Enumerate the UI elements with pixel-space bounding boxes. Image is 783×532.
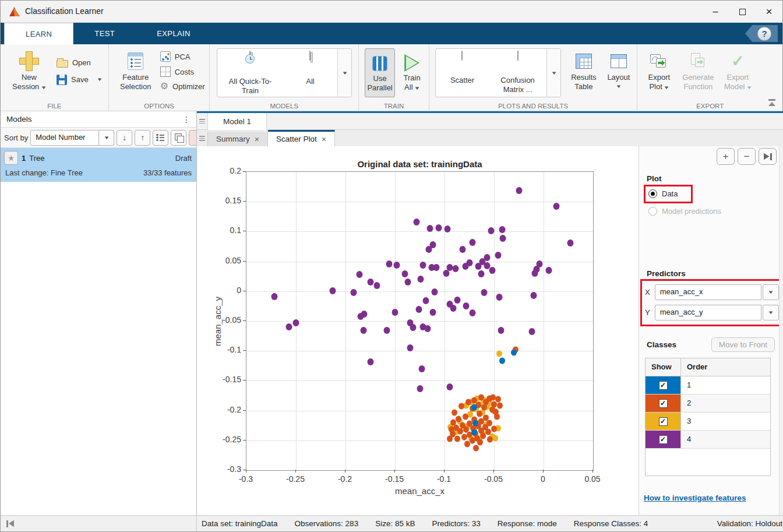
sort-ascending-button[interactable]: ↑	[135, 130, 150, 146]
tab-explain[interactable]: EXPLAIN	[136, 23, 211, 44]
how-to-investigate-link[interactable]: How to investigate features	[644, 494, 746, 502]
scatter-point-class-4	[394, 262, 400, 269]
status-size: Size: 85 kB	[375, 519, 415, 528]
scatter-point-class-4	[450, 305, 457, 312]
confusion-matrix-button[interactable]: Confusion Matrix ...	[489, 49, 546, 97]
tab-summary[interactable]: Summary ×	[207, 132, 268, 146]
costs-button[interactable]: Costs	[160, 66, 205, 77]
ribbon-section-file: New Session ▼ Open Save ▼ FILE	[1, 44, 109, 111]
open-button[interactable]: Open	[57, 58, 102, 68]
arrow-up-icon: ↑	[140, 133, 144, 142]
show-class-checkbox[interactable]: ✓	[659, 417, 668, 426]
minimize-button[interactable]: –	[702, 1, 729, 23]
scatter-point-class-4	[410, 324, 416, 331]
y-tick-label: 0	[212, 286, 241, 295]
y-tick-label: 0.15	[212, 196, 241, 205]
scatter-point-class-4	[496, 294, 502, 301]
scatter-point-class-4	[293, 319, 299, 326]
use-parallel-toggle[interactable]: Use Parallel	[365, 48, 395, 97]
model-list-item[interactable]: ★ 1 Tree Draft Last change: Fine Tree 33…	[1, 148, 196, 182]
tab-group-handle[interactable]	[197, 113, 207, 129]
y-tick-label: -0.05	[212, 315, 241, 325]
scatter-point-class-4	[350, 289, 357, 296]
close-icon[interactable]: ×	[255, 135, 259, 144]
close-button[interactable]: ×	[756, 1, 782, 23]
scatter-point-class-4	[498, 327, 504, 334]
scatter-plot-button[interactable]: Scatter	[436, 49, 489, 97]
scatter-point-class-2	[458, 403, 464, 410]
close-icon[interactable]: ×	[322, 135, 326, 144]
ribbon: New Session ▼ Open Save ▼ FILE	[1, 44, 782, 111]
new-session-button[interactable]: New Session ▼	[10, 44, 48, 98]
use-parallel-icon	[372, 56, 387, 71]
feature-selection-icon	[128, 52, 143, 70]
zoom-out-button[interactable]: −	[738, 148, 756, 165]
collapse-panel-button[interactable]	[759, 148, 777, 165]
y-tick-label: 0.2	[212, 166, 241, 175]
save-button[interactable]: Save ▼	[57, 75, 102, 85]
layout-button[interactable]: Layout ▼	[602, 44, 636, 98]
tab-learn[interactable]: LEARN	[4, 23, 73, 44]
panel-menu-icon[interactable]: ⋮	[182, 115, 191, 124]
x-tick-label: 0.05	[575, 474, 610, 484]
ribbon-section-models: All Quick-To- Train All ▼ MODELS	[210, 44, 359, 111]
chevron-down-icon: ▼	[746, 83, 752, 93]
generate-function-button: Generate Function	[677, 44, 719, 98]
scatter-point-class-4	[329, 287, 336, 294]
delete-button[interactable]	[189, 130, 196, 146]
model-last-change: Last change: Fine Tree	[5, 168, 83, 177]
chevron-down-icon: ▼	[40, 83, 47, 93]
open-folder-icon	[57, 60, 68, 68]
all-models-button[interactable]: All	[283, 49, 337, 97]
export-plot-button[interactable]: Export Plot ▼	[641, 44, 677, 98]
plot-section-title: Plot	[647, 174, 662, 183]
scatter-point-class-2	[473, 445, 479, 452]
scatter-point-class-4	[356, 271, 362, 278]
show-class-checkbox[interactable]: ✓	[659, 399, 668, 408]
legend-button[interactable]	[153, 130, 168, 146]
tab-test[interactable]: TEST	[73, 23, 136, 44]
favorite-button[interactable]: ★	[4, 151, 18, 165]
collapse-ribbon-button[interactable]	[767, 99, 777, 106]
scatter-point-class-2	[461, 434, 467, 440]
plot-title: Original data set: trainingData	[246, 159, 594, 169]
collapse-left-panel-button[interactable]	[6, 520, 14, 527]
feature-selection-button[interactable]: Feature Selection	[115, 44, 157, 98]
pca-button[interactable]: PCA	[160, 51, 205, 62]
zoom-in-button[interactable]: +	[717, 148, 735, 165]
results-table-button[interactable]: Results Table	[566, 44, 602, 98]
duplicate-button[interactable]	[171, 130, 186, 146]
help-button[interactable]: ?	[745, 25, 778, 42]
models-gallery-dropdown[interactable]: ▼	[337, 49, 351, 97]
panel-scrollbar[interactable]	[779, 146, 783, 516]
tab-model-1[interactable]: Model 1	[207, 113, 267, 130]
sort-descending-button[interactable]: ↓	[117, 130, 132, 146]
train-all-button[interactable]: Train All ▼	[397, 48, 426, 97]
results-table-icon	[576, 54, 592, 69]
scatter-point-class-4	[422, 297, 429, 304]
y-tick-label: -0.1	[212, 345, 241, 354]
sort-by-select[interactable]: Model Number ▼	[30, 130, 114, 146]
export-plot-icon	[650, 53, 668, 69]
class-row-2: ✓ 2	[646, 394, 770, 413]
chevron-down-icon[interactable]: ▼	[96, 77, 103, 82]
scatter-point-class-2	[449, 427, 454, 433]
status-dataset: Data set: trainingData	[202, 519, 278, 528]
tab-scatter-plot[interactable]: Scatter Plot ×	[268, 130, 335, 146]
plot-axes[interactable]	[246, 171, 594, 471]
scatter-point-class-4	[415, 306, 422, 313]
scatter-point-class-4	[429, 309, 436, 316]
move-to-front-button: Move to Front	[711, 337, 775, 352]
model-features: 33/33 features	[143, 168, 192, 177]
tab-group-handle[interactable]	[197, 130, 207, 146]
all-quick-to-train-button[interactable]: All Quick-To- Train	[217, 49, 283, 97]
show-class-checkbox[interactable]: ✓	[659, 435, 668, 444]
optimizer-button[interactable]: ⚙ Optimizer	[160, 82, 205, 91]
show-class-checkbox[interactable]: ✓	[659, 381, 668, 390]
plots-gallery-dropdown[interactable]: ▼	[546, 49, 560, 97]
scatter-point-class-4	[478, 270, 484, 277]
scatter-point-class-4	[407, 344, 413, 351]
scatter-point-class-4	[499, 226, 505, 233]
maximize-button[interactable]	[729, 1, 756, 23]
chevron-down-icon[interactable]: ▼	[99, 130, 114, 146]
